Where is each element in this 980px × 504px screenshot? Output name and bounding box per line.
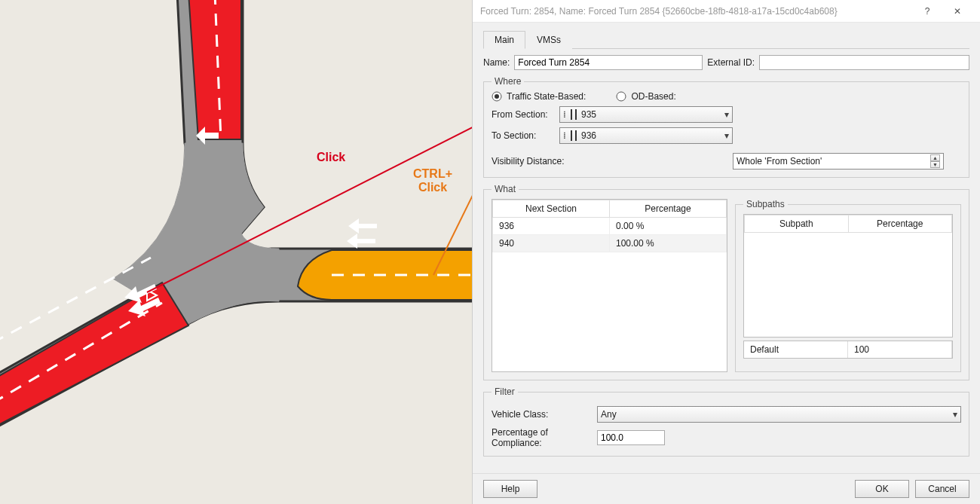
what-group: What Next Section Percentage 9360.00 %: [483, 184, 969, 380]
tab-main[interactable]: Main: [483, 31, 525, 49]
annotation-ctrl-click: CTRL+ Click: [413, 167, 452, 194]
to-section-combo[interactable]: ⁞ 936 ▾: [559, 127, 733, 144]
svg-marker-5: [348, 218, 377, 234]
vehicle-class-label: Vehicle Class:: [492, 409, 597, 420]
filter-legend: Filter: [492, 386, 518, 397]
tab-bar: Main VMSs: [483, 30, 969, 49]
col-sub-percentage[interactable]: Percentage: [848, 215, 952, 233]
col-next-section[interactable]: Next Section: [493, 200, 610, 218]
what-legend: What: [492, 184, 519, 194]
filter-group: Filter Vehicle Class: Any ▾ Percentage o…: [483, 386, 969, 457]
chevron-down-icon: ▾: [953, 409, 957, 420]
close-icon[interactable]: ✕: [942, 0, 972, 23]
spin-up-icon[interactable]: ▲: [930, 154, 940, 161]
col-percentage[interactable]: Percentage: [610, 200, 727, 218]
subpaths-group: Subpaths Subpath Percentage Default 100: [735, 199, 961, 372]
external-id-label: External ID:: [707, 57, 755, 68]
vehicle-class-combo[interactable]: Any ▾: [597, 406, 961, 423]
map-viewport[interactable]: Click CTRL+ Click: [0, 0, 472, 504]
subpaths-default-row: Default 100: [743, 341, 953, 359]
radio-traffic-state[interactable]: Traffic State-Based:: [492, 91, 586, 102]
dialog-title: Forced Turn: 2854, Name: Forced Turn 285…: [480, 6, 838, 17]
annotation-click: Click: [317, 151, 345, 164]
subpaths-legend: Subpaths: [743, 199, 788, 209]
svg-point-14: [617, 92, 626, 101]
from-section-combo[interactable]: ⁞ 935 ▾: [559, 106, 733, 123]
svg-marker-6: [347, 234, 375, 249]
help-icon[interactable]: ?: [912, 0, 942, 23]
visibility-distance-label: Visibility Distance:: [492, 156, 733, 166]
section-pick-icon: ⁞: [563, 130, 566, 141]
where-legend: Where: [492, 76, 524, 87]
dialog-titlebar: Forced Turn: 2854, Name: Forced Turn 285…: [473, 0, 980, 23]
chevron-down-icon: ▾: [724, 130, 729, 141]
compliance-input[interactable]: [597, 430, 665, 445]
section-glyph-icon: [571, 130, 577, 141]
name-input[interactable]: [514, 55, 703, 70]
spin-down-icon[interactable]: ▼: [930, 161, 940, 168]
visibility-distance-spinner[interactable]: Whole 'From Section' ▲▼: [733, 153, 944, 170]
forced-turn-dialog: Forced Turn: 2854, Name: Forced Turn 285…: [472, 0, 980, 504]
section-pick-icon: ⁞: [563, 109, 566, 120]
subpaths-table[interactable]: Subpath Percentage: [743, 214, 953, 338]
chevron-down-icon: ▾: [724, 109, 729, 120]
next-section-table[interactable]: Next Section Percentage 9360.00 % 940100…: [492, 199, 727, 372]
from-section-label: From Section:: [492, 109, 559, 120]
cancel-button[interactable]: Cancel: [915, 480, 969, 498]
radio-od-based[interactable]: OD-Based:: [616, 91, 675, 102]
help-button[interactable]: Help: [483, 480, 537, 498]
col-subpath[interactable]: Subpath: [745, 215, 849, 233]
ok-button[interactable]: OK: [855, 480, 909, 498]
table-row[interactable]: 940100.00 %: [493, 235, 727, 252]
where-group: Where Traffic State-Based: OD-Based: Fro…: [483, 76, 969, 178]
table-row[interactable]: 9360.00 %: [493, 218, 727, 235]
section-glyph-icon: [571, 109, 577, 120]
to-section-label: To Section:: [492, 130, 559, 141]
compliance-label: Percentage of Compliance:: [492, 427, 597, 448]
svg-point-13: [495, 94, 499, 99]
name-label: Name:: [483, 57, 510, 68]
tab-vmss[interactable]: VMSs: [525, 31, 572, 49]
external-id-input[interactable]: [759, 55, 969, 70]
